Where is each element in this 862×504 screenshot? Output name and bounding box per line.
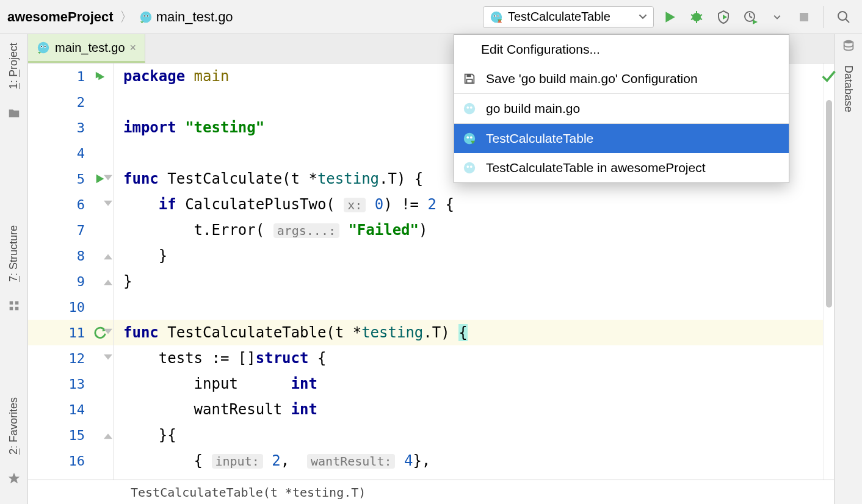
- dropdown-item-go-build[interactable]: go build main.go: [454, 94, 789, 123]
- profile-button[interactable]: [739, 6, 761, 28]
- stop-button[interactable]: [793, 6, 815, 28]
- svg-marker-49: [104, 355, 111, 359]
- svg-point-61: [466, 165, 469, 168]
- breadcrumb-file[interactable]: main_test.go: [139, 9, 233, 25]
- svg-point-58: [470, 136, 473, 139]
- analysis-ok-icon: [820, 67, 837, 86]
- fold-end-icon[interactable]: [103, 251, 114, 260]
- fold-toggle-icon[interactable]: [103, 328, 114, 337]
- editor-gutter[interactable]: 1 2 3 4 5 6 7 8: [28, 63, 114, 480]
- svg-point-38: [45, 46, 46, 47]
- editor-breadcrumbs[interactable]: TestCalculateTable(t *testing.T): [28, 480, 834, 504]
- svg-rect-32: [15, 307, 18, 311]
- run-configuration-label: TestCalculateTable: [508, 10, 610, 24]
- fold-toggle-icon[interactable]: [103, 200, 114, 209]
- svg-marker-21: [723, 15, 727, 20]
- toolbar-separator: [824, 6, 824, 28]
- svg-point-14: [692, 13, 701, 21]
- vertical-scrollbar[interactable]: [826, 100, 832, 308]
- svg-rect-26: [800, 13, 808, 21]
- fold-toggle-icon[interactable]: [103, 354, 114, 362]
- svg-marker-43: [104, 175, 111, 179]
- svg-point-10: [498, 15, 499, 16]
- svg-marker-46: [104, 281, 111, 285]
- svg-point-63: [844, 40, 853, 44]
- chevron-down-icon: [639, 10, 647, 24]
- svg-point-0: [140, 11, 151, 22]
- svg-point-27: [838, 12, 847, 20]
- svg-marker-50: [104, 434, 111, 439]
- svg-rect-30: [15, 301, 18, 305]
- debug-button[interactable]: [686, 6, 708, 28]
- svg-point-54: [466, 106, 469, 109]
- close-tab-icon[interactable]: ×: [130, 41, 137, 54]
- breadcrumb-project[interactable]: awesomeProject: [7, 9, 114, 25]
- svg-point-4: [147, 15, 148, 16]
- left-tool-stripe: 1: Project 7: Structure 2: Favorites: [0, 34, 28, 504]
- run-config-dropdown: Edit Configurations... Save 'go build ma…: [454, 34, 789, 183]
- tool-tab-project[interactable]: 1: Project: [7, 39, 20, 93]
- go-test-icon: [490, 10, 503, 24]
- go-file-icon: [37, 41, 50, 54]
- svg-point-3: [143, 15, 145, 16]
- svg-marker-33: [8, 473, 19, 483]
- editor-tab-main-test[interactable]: main_test.go ×: [28, 34, 145, 63]
- go-test-icon: [462, 161, 477, 175]
- svg-marker-25: [753, 20, 758, 24]
- svg-point-55: [470, 106, 473, 109]
- svg-marker-13: [665, 12, 675, 23]
- svg-point-9: [494, 15, 495, 16]
- tool-tab-structure[interactable]: 7: Structure: [7, 221, 20, 286]
- run-all-gutter-icon[interactable]: [92, 71, 108, 82]
- dropdown-edit-configurations[interactable]: Edit Configurations...: [454, 35, 789, 64]
- editor-marks-stripe[interactable]: [823, 63, 834, 480]
- svg-point-62: [470, 165, 473, 168]
- profile-dropdown-button[interactable]: [766, 6, 788, 28]
- svg-point-60: [464, 162, 475, 173]
- tool-tab-favorites[interactable]: 2: Favorites: [7, 394, 20, 458]
- go-test-icon: [462, 132, 477, 145]
- svg-marker-5: [140, 21, 143, 23]
- run-button[interactable]: [659, 6, 681, 28]
- right-tool-stripe: Database: [834, 34, 862, 504]
- svg-marker-39: [38, 52, 42, 54]
- go-run-icon: [462, 102, 477, 115]
- dropdown-item-test-calculate-table[interactable]: TestCalculateTable: [454, 124, 789, 153]
- svg-marker-45: [104, 255, 111, 259]
- navigation-bar: awesomeProject 〉 main_test.go TestCalcul…: [0, 0, 862, 34]
- search-everywhere-button[interactable]: [833, 6, 855, 28]
- star-icon: [7, 472, 21, 487]
- database-icon: [842, 39, 855, 54]
- go-file-icon: [139, 10, 153, 24]
- save-icon: [462, 72, 477, 85]
- svg-point-37: [41, 46, 42, 47]
- dropdown-save-configuration[interactable]: Save 'go build main.go' Configuration: [454, 64, 789, 93]
- structure-icon: [7, 299, 21, 314]
- svg-marker-44: [104, 201, 111, 205]
- svg-line-28: [846, 19, 849, 23]
- svg-rect-31: [9, 307, 13, 311]
- svg-point-34: [38, 42, 49, 53]
- breadcrumbs: awesomeProject 〉 main_test.go: [7, 8, 233, 26]
- svg-line-24: [750, 16, 752, 18]
- editor-tab-label: main_test.go: [55, 41, 125, 55]
- fold-end-icon[interactable]: [103, 277, 114, 286]
- svg-rect-29: [9, 301, 13, 305]
- tool-tab-database[interactable]: Database: [842, 62, 855, 116]
- dropdown-item-test-in-project[interactable]: TestCalculateTable in awesomeProject: [454, 153, 789, 182]
- fold-toggle-icon[interactable]: [103, 175, 114, 183]
- editor-region: main_test.go × 1 2 3 4 5: [28, 34, 834, 504]
- svg-point-57: [466, 136, 469, 139]
- project-icon: [7, 106, 21, 121]
- svg-rect-51: [466, 74, 471, 77]
- run-configuration-selector[interactable]: TestCalculateTable: [483, 6, 654, 28]
- svg-point-53: [464, 103, 475, 114]
- coverage-button[interactable]: [712, 6, 734, 28]
- fold-end-icon[interactable]: [103, 431, 114, 439]
- svg-marker-41: [98, 74, 104, 81]
- svg-rect-52: [466, 79, 472, 83]
- breadcrumb-separator: 〉: [120, 8, 133, 26]
- svg-marker-48: [104, 329, 111, 333]
